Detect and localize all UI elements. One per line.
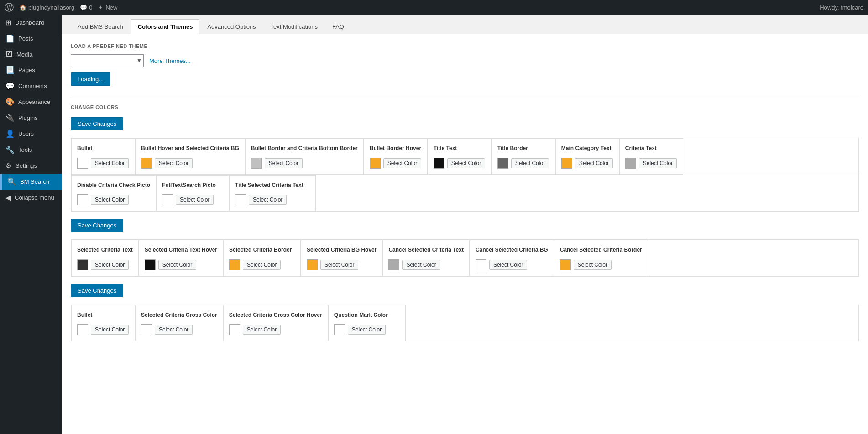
divider-1 <box>71 95 859 95</box>
load-theme-title: LOAD A PREDEFINED THEME <box>71 43 859 49</box>
sidebar-item-pages[interactable]: 📃 Pages <box>0 62 62 78</box>
dashboard-icon: ⊞ <box>5 18 11 27</box>
sidebar-item-tools[interactable]: 🔧 Tools <box>0 142 62 158</box>
users-icon: 👤 <box>5 129 15 138</box>
select-color-cancel-sel-text[interactable]: Select Color <box>402 260 440 270</box>
color-card-question-mark: Question Mark Color Select Color <box>328 305 406 341</box>
save-changes-button-bottom[interactable]: Save Changes <box>71 284 123 297</box>
color-card-cancel-sel-bg-title: Cancel Selected Criteria BG <box>476 247 548 254</box>
tab-faq[interactable]: FAQ <box>325 19 351 34</box>
select-color-sel-criteria-text-hover[interactable]: Select Color <box>158 260 196 270</box>
color-card-cancel-sel-border-title: Cancel Selected Criteria Border <box>560 247 642 254</box>
color-card-criteria-text: Criteria Text Select Color <box>619 138 683 175</box>
sidebar-item-appearance[interactable]: 🎨 Appearance <box>0 94 62 110</box>
sidebar-item-users[interactable]: 👤 Users <box>0 126 62 142</box>
select-color-bullet-hover-bg[interactable]: Select Color <box>155 158 193 168</box>
color-card-sel-criteria-border: Selected Criteria Border Select Color <box>223 240 301 276</box>
color-swatch-cancel-sel-bg <box>476 259 486 270</box>
select-color-main-cat-text[interactable]: Select Color <box>575 158 613 168</box>
select-color-cancel-sel-border[interactable]: Select Color <box>574 260 612 270</box>
save-row-middle: Save Changes <box>71 219 859 232</box>
tab-add-bms[interactable]: Add BMS Search <box>71 19 130 34</box>
color-card-cancel-sel-bg: Cancel Selected Criteria BG Select Color <box>470 240 554 276</box>
theme-select[interactable] <box>71 54 144 67</box>
color-card-title-border-title: Title Border <box>497 145 549 152</box>
select-color-sel-cross-hover[interactable]: Select Color <box>243 325 281 335</box>
color-card-bullet-border-bottom-title: Bullet Border and Criteria Bottom Border <box>251 145 358 152</box>
color-card-bullet-border-hover: Bullet Border Hover Select Color <box>364 138 428 175</box>
loading-button[interactable]: Loading... <box>71 72 110 86</box>
color-card-bullet-border-bottom: Bullet Border and Criteria Bottom Border… <box>245 138 364 175</box>
color-swatch-bullet-border-hover <box>370 158 381 169</box>
change-colors-section: CHANGE COLORS Save Changes Bullet Select… <box>71 104 859 341</box>
select-color-sel-criteria-text[interactable]: Select Color <box>91 260 129 270</box>
select-color-bullet-border-bottom[interactable]: Select Color <box>265 158 303 168</box>
plugins-icon: 🔌 <box>5 114 15 122</box>
color-swatch-main-cat-text <box>561 158 572 169</box>
select-color-bullet2[interactable]: Select Color <box>91 325 129 335</box>
select-color-question-mark[interactable]: Select Color <box>348 325 386 335</box>
color-card-fts-picto-title: FullTextSearch Picto <box>162 182 223 189</box>
color-card-main-cat-text-title: Main Category Text <box>561 145 613 152</box>
save-row-top: Save Changes <box>71 117 859 130</box>
admin-bar-new[interactable]: ＋ New <box>98 3 117 11</box>
appearance-icon: 🎨 <box>5 98 15 106</box>
select-color-fts-picto[interactable]: Select Color <box>176 195 214 205</box>
admin-bar-howdy: Howdy, fmelcare <box>820 4 863 11</box>
color-card-sel-criteria-bg-hover-title: Selected Criteria BG Hover <box>307 247 376 254</box>
comments-icon: 💬 <box>5 82 15 90</box>
color-swatch-sel-criteria-text <box>77 259 88 270</box>
collapse-icon: ◀ <box>5 193 11 202</box>
color-card-sel-criteria-text: Selected Criteria Text Select Color <box>71 240 139 276</box>
save-changes-button-top[interactable]: Save Changes <box>71 117 123 130</box>
color-card-fts-picto: FullTextSearch Picto Select Color <box>156 175 229 212</box>
sidebar: ⊞ Dashboard 📄 Posts 🖼 Media 📃 Pages 💬 Co… <box>0 15 62 434</box>
sidebar-item-bm-search[interactable]: 🔍 BM Search <box>0 174 62 190</box>
select-color-disable-criteria[interactable]: Select Color <box>91 195 129 205</box>
sidebar-item-comments[interactable]: 💬 Comments <box>0 78 62 94</box>
color-card-sel-cross-color-title: Selected Criteria Cross Color <box>141 312 217 319</box>
color-swatch-cancel-sel-text <box>388 259 399 270</box>
color-grid-row2: Disable Criteria Check Picto Select Colo… <box>71 175 859 212</box>
color-swatch-question-mark <box>334 324 345 335</box>
select-color-sel-criteria-bg-hover[interactable]: Select Color <box>320 260 358 270</box>
select-color-title-text[interactable]: Select Color <box>447 158 485 168</box>
tab-colors-themes[interactable]: Colors and Themes <box>131 19 200 34</box>
color-grid-sel-criteria: Selected Criteria Text Select Color Sele… <box>71 239 859 277</box>
wp-logo-icon: W <box>5 3 14 12</box>
select-color-title-border[interactable]: Select Color <box>511 158 549 168</box>
admin-bar-comments[interactable]: 💬 0 <box>80 4 92 11</box>
color-card-title-border: Title Border Select Color <box>492 138 555 175</box>
color-card-disable-criteria: Disable Criteria Check Picto Select Colo… <box>71 175 156 212</box>
load-theme-section: LOAD A PREDEFINED THEME ▼ More Themes...… <box>71 43 859 86</box>
color-card-sel-criteria-text-hover-title: Selected Criteria Text Hover <box>145 247 217 254</box>
theme-select-wrapper: ▼ <box>71 54 144 67</box>
svg-text:W: W <box>7 5 12 11</box>
tab-text-mod[interactable]: Text Modifications <box>264 19 324 34</box>
color-swatch-disable-criteria <box>77 194 88 205</box>
theme-loader-row: ▼ More Themes... <box>71 54 859 67</box>
select-color-cancel-sel-bg[interactable]: Select Color <box>489 260 527 270</box>
more-themes-link[interactable]: More Themes... <box>149 57 191 64</box>
sidebar-item-posts[interactable]: 📄 Posts <box>0 31 62 46</box>
select-color-title-sel-criteria[interactable]: Select Color <box>249 195 287 205</box>
color-grid-bottom: Bullet Select Color Selected Criteria Cr… <box>71 305 859 342</box>
select-color-bullet[interactable]: Select Color <box>91 158 129 168</box>
select-color-criteria-text[interactable]: Select Color <box>639 158 677 168</box>
sidebar-item-plugins[interactable]: 🔌 Plugins <box>0 110 62 126</box>
sidebar-item-media[interactable]: 🖼 Media <box>0 46 62 62</box>
admin-bar-site[interactable]: 🏠 plugindynaliasorg <box>19 4 74 11</box>
select-color-sel-criteria-border[interactable]: Select Color <box>243 260 281 270</box>
color-card-bullet-title: Bullet <box>77 145 129 152</box>
select-color-bullet-border-hover[interactable]: Select Color <box>383 158 421 168</box>
tab-advanced[interactable]: Advanced Options <box>200 19 262 34</box>
color-swatch-title-text <box>434 158 444 169</box>
sidebar-item-collapse[interactable]: ◀ Collapse menu <box>0 190 62 206</box>
color-card-title-text-title: Title Text <box>434 145 486 152</box>
sidebar-item-settings[interactable]: ⚙ Settings <box>0 158 62 174</box>
sidebar-item-dashboard[interactable]: ⊞ Dashboard <box>0 15 62 31</box>
color-card-sel-cross-hover-title: Selected Criteria Cross Color Hover <box>229 312 322 319</box>
color-card-cancel-sel-text: Cancel Selected Criteria Text Select Col… <box>382 240 470 276</box>
save-changes-button-middle[interactable]: Save Changes <box>71 219 123 232</box>
select-color-sel-cross-color[interactable]: Select Color <box>155 325 193 335</box>
